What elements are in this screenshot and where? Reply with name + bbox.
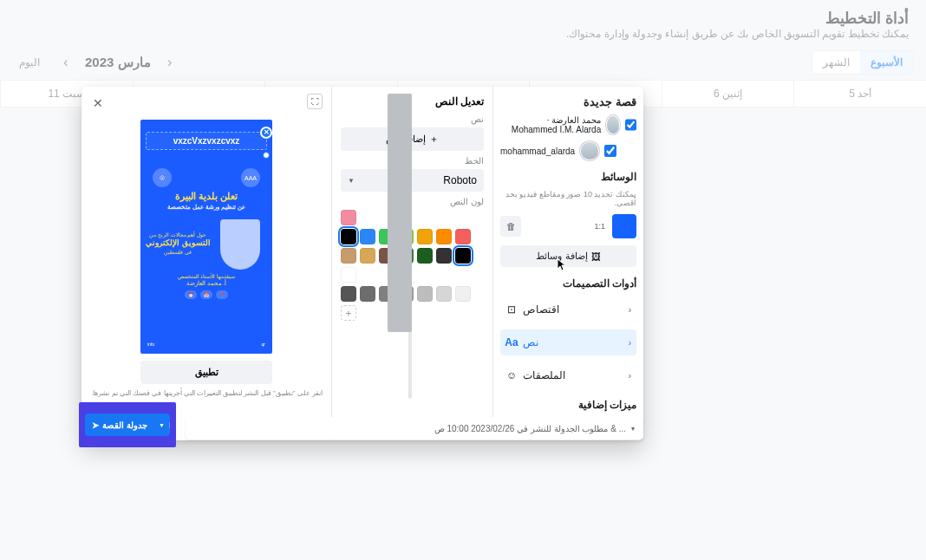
color-swatch[interactable] (360, 286, 375, 302)
color-swatch[interactable] (417, 286, 433, 302)
schedule-info-text: مطلوب الجدولة للنشر في 2023/02/26 10:00 … (434, 424, 626, 433)
text-panel-title: تعديل النص (341, 95, 484, 107)
logo-icon: ◎ (153, 168, 172, 187)
color-swatch[interactable] (436, 248, 452, 264)
apply-button[interactable]: تطبيق (140, 361, 272, 384)
preview-headline: تعلن بلدية البيرة (146, 191, 267, 202)
color-swatch[interactable] (417, 229, 433, 244)
preview-line: في فلسطين (146, 249, 211, 256)
tool-stickers[interactable]: ‹ الملصقات ☺ (500, 362, 636, 388)
color-swatch[interactable] (455, 229, 471, 244)
add-text-button[interactable]: ＋ إضافة نص (341, 127, 484, 151)
color-swatch[interactable] (436, 286, 452, 302)
preview-trainer-name: أ. محمد العارضة (146, 280, 267, 287)
color-field-label: لون النص (341, 197, 484, 206)
text-icon: Aa (505, 336, 518, 348)
preview-panel: ✕ ⛶ vxzcVxzvxzcvxz ✕ AAA ◎ تعلن بلدية ال… (82, 87, 331, 440)
resize-handle[interactable] (263, 152, 270, 159)
chevron-left-icon: ‹ (629, 371, 631, 381)
delete-layer-button[interactable]: ✕ (260, 127, 272, 139)
story-composer-modal: قصة جديدة محمد العارضة · Mohammed I.M. A… (82, 87, 643, 440)
preview-foot: qr (262, 342, 265, 347)
add-color-button[interactable]: ＋ (341, 305, 356, 321)
trash-icon: 🗑 (506, 221, 516, 231)
media-section-label: الوسائط (500, 171, 636, 183)
pill: 📍 (216, 290, 228, 299)
image-icon: 🖼 (591, 251, 601, 262)
pill: 📅 (200, 290, 212, 299)
color-row-2 (341, 248, 484, 264)
modal-title: قصة جديدة (500, 95, 636, 108)
account-row[interactable]: محمد العارضة · Mohammed I.M. Alarda (500, 115, 636, 134)
tool-crop[interactable]: ‹ اقتصاص ⊡ (500, 296, 636, 322)
schedule-dropdown-toggle[interactable]: ▼ (154, 422, 170, 428)
text-layer[interactable]: vxzcVxzvxzcvxz ✕ (146, 132, 267, 150)
font-select[interactable]: Roboto ▼ (341, 169, 484, 192)
text-layer-content: vxzcVxzvxzcvxz (173, 136, 240, 146)
schedule-story-button[interactable]: ▼ جدولة القصة ➤ (85, 413, 170, 436)
text-edit-panel: تعديل النص نص ＋ إضافة نص الخط Roboto ▼ ل… (331, 87, 492, 440)
extras-section-label: ميزات إضافية (500, 399, 636, 411)
media-hint: يمكنك تحديد 10 صور ومقاطع فيديو بحد أقصى… (500, 190, 636, 207)
tool-label: اقتصاص (523, 303, 559, 316)
color-swatch[interactable] (455, 286, 471, 302)
tool-label: نص (523, 336, 538, 348)
add-media-label: إضافة وسائط (536, 251, 587, 262)
pill: ⏰ (185, 290, 197, 299)
preview-sub: عن تنظيم ورشة عمل متخصصة (146, 204, 267, 211)
preview-line: حول أهم مجالات الربح من (146, 231, 211, 238)
plus-icon: ＋ (429, 133, 439, 146)
account-name: محمد العارضة · Mohammed I.M. Alarda (500, 115, 601, 134)
schedule-label: جدولة القصة (102, 420, 147, 430)
color-swatch[interactable] (341, 210, 356, 225)
avatar (606, 115, 620, 134)
color-swatch[interactable] (341, 229, 356, 244)
send-icon: ➤ (92, 420, 99, 430)
aspect-toggle-button[interactable]: ⛶ (307, 94, 323, 109)
color-swatch[interactable] (417, 248, 433, 264)
color-swatch[interactable] (360, 229, 375, 244)
person-image (220, 219, 260, 270)
color-swatch[interactable] (455, 248, 471, 264)
account-name: mohammad_alarda (500, 147, 575, 156)
color-row-3 (341, 267, 484, 302)
account-checkbox[interactable] (604, 145, 616, 157)
logo-icon: AAA (241, 168, 260, 187)
chevron-down-icon: ▾ (631, 425, 635, 433)
color-swatch[interactable] (341, 267, 356, 283)
text-field-label: نص (341, 114, 484, 124)
tool-text[interactable]: ‹ نص Aa (500, 329, 636, 355)
caret-down-icon: ▼ (348, 177, 355, 185)
crop-icon: ⊡ (505, 303, 518, 316)
tool-label: الملصقات (523, 369, 565, 381)
preview-foot: info (147, 342, 154, 347)
color-swatch[interactable] (436, 229, 452, 244)
color-swatch[interactable] (360, 248, 375, 264)
chevron-left-icon: ‹ (629, 305, 631, 315)
font-value: Roboto (443, 174, 477, 186)
scrollbar[interactable] (408, 94, 412, 399)
add-media-button[interactable]: 🖼 إضافة وسائط (500, 245, 636, 267)
account-checkbox[interactable] (625, 119, 636, 131)
close-modal-button[interactable]: ✕ (88, 94, 108, 113)
apply-hint: انقر على "تطبيق" قبل النشر لتطبيق التغيي… (90, 389, 323, 398)
color-row-1 (341, 210, 484, 244)
chevron-left-icon: ‹ (629, 338, 631, 348)
font-field-label: الخط (341, 156, 484, 166)
sticker-icon: ☺ (505, 369, 518, 381)
highlight-annotation: ▼ جدولة القصة ➤ (79, 402, 176, 447)
delete-media-button[interactable]: 🗑 (500, 216, 521, 237)
color-swatch[interactable] (341, 248, 356, 264)
composer-sidebar: قصة جديدة محمد العارضة · Mohammed I.M. A… (492, 87, 643, 440)
media-ratio: 1:1 (594, 222, 605, 231)
media-thumbnail[interactable] (612, 214, 636, 238)
schedule-info[interactable]: مطلوب الجدولة للنشر في 2023/02/26 10:00 … (186, 417, 643, 440)
color-swatch[interactable] (341, 286, 356, 302)
avatar (580, 141, 599, 160)
account-row[interactable]: mohammad_alarda (500, 141, 636, 160)
tools-section-label: أدوات التصميمات (500, 277, 636, 290)
story-preview[interactable]: vxzcVxzvxzcvxz ✕ AAA ◎ تعلن بلدية البيرة… (140, 120, 272, 354)
preview-line: التسويق الإلكتروني (146, 238, 211, 247)
